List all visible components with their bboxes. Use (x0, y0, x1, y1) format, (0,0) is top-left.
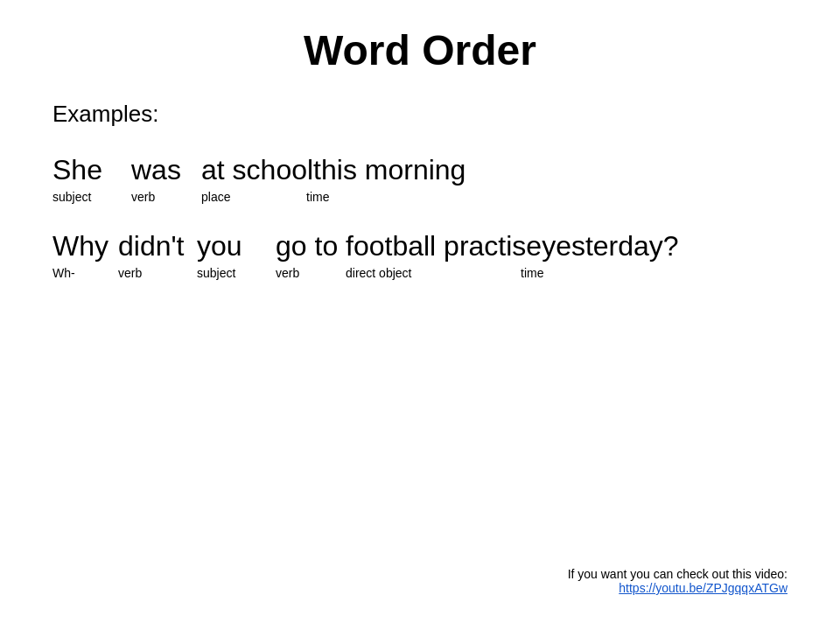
ex2-word-5: football practise (346, 230, 542, 262)
ex2-label-2: verb (118, 266, 197, 280)
ex2-word-6: yesterday? (542, 230, 679, 262)
example2-label-row: Wh- verb subject verb direct object time (52, 266, 788, 280)
ex1-word-1: She (52, 154, 131, 186)
example2-sentence-row: Why didn't you go to football practise y… (52, 230, 788, 262)
ex2-label-4: verb (276, 266, 346, 280)
footer: If you want you can check out this video… (568, 567, 788, 595)
ex1-label-1: subject (52, 190, 131, 204)
ex2-word-3: you (197, 230, 276, 262)
ex1-word-3: at school (201, 154, 313, 186)
examples-label: Examples: (52, 101, 788, 128)
ex1-word-4: this morning (313, 154, 466, 186)
page: Word Order Examples: She was at school t… (0, 0, 840, 630)
ex2-word-4: go to (276, 230, 346, 262)
ex2-word-1: Why (52, 230, 118, 262)
footer-link[interactable]: https://youtu.be/ZPJgqqxATGw (619, 581, 788, 595)
example1-sentence-row: She was at school this morning (52, 154, 788, 186)
ex2-label-5: direct object (346, 266, 521, 280)
ex2-label-6: time (521, 266, 626, 280)
footer-text: If you want you can check out this video… (568, 567, 788, 581)
ex2-label-1: Wh- (52, 266, 118, 280)
page-title: Word Order (52, 26, 788, 74)
ex1-label-3: place (201, 190, 306, 204)
ex2-label-3: subject (197, 266, 276, 280)
ex1-label-2: verb (131, 190, 201, 204)
ex1-word-2: was (131, 154, 201, 186)
example1-label-row: subject verb place time (52, 190, 788, 204)
ex2-word-2: didn't (118, 230, 197, 262)
ex1-label-4: time (306, 190, 446, 204)
